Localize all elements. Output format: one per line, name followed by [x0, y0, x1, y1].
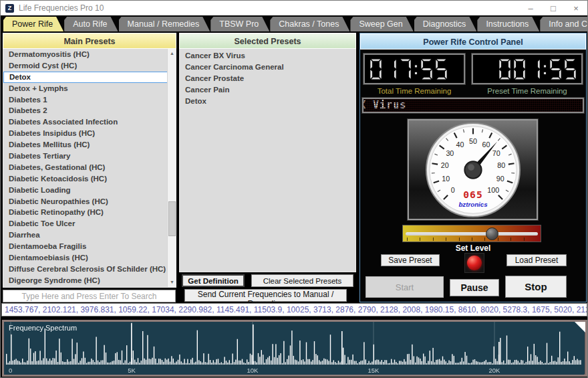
preset-time-display [472, 54, 583, 84]
marquee-display: X Virus [362, 98, 584, 113]
preset-item-dermoid-cyst-hc[interactable]: Dermoid Cyst (HC) [3, 60, 176, 72]
control-panel-header: Power Rife Control Panel [360, 33, 586, 50]
tab-info-and-chat[interactable]: Info and Chat [540, 17, 588, 31]
preset-item-diabetes-tertiary[interactable]: Diabetes Tertiary [3, 151, 176, 162]
gauge-panel: 0102030405060708090100065bztronics [408, 119, 538, 220]
tab-strip: Power RifeAuto RifeManual / RemediesTBSW… [1, 15, 587, 31]
svg-text:70: 70 [492, 149, 500, 157]
send-frequencies-button[interactable]: Send Current Frequencies to Manual / Rem… [184, 289, 347, 302]
preset-item-detox[interactable]: Detox [3, 72, 176, 83]
clear-selected-presets-button[interactable]: Clear Selected Presets [251, 274, 353, 287]
svg-text:065: 065 [463, 188, 482, 199]
slider-thumb[interactable] [486, 227, 498, 240]
preset-item-diabetes-1[interactable]: Diabetes 1 [3, 94, 176, 106]
marquee-text: X Virus [362, 99, 583, 112]
spectrum-axis-label-15k: 15K [368, 367, 380, 374]
frequency-spectrum: Frequency Spectrum 05K10K15K20K [4, 322, 585, 375]
status-led-box [464, 253, 484, 273]
svg-text:90: 90 [496, 175, 504, 183]
app-icon: Z [5, 4, 14, 13]
power-rife-control-panel: Power Rife Control Panel Total Time Rema… [359, 33, 587, 302]
svg-text:50: 50 [469, 137, 477, 145]
frequency-spectrum-panel: Frequency Spectrum 05K10K15K20K [2, 320, 587, 377]
window-title: Life Frequencies Pro 10 [19, 3, 104, 13]
selected-presets-panel: Selected Presets Cancer BX VirusCancer C… [179, 33, 356, 272]
preset-item-diabetic-neuropathies-hc[interactable]: Diabetic Neuropathies (HC) [3, 196, 176, 207]
app-window: Z Life Frequencies Pro 10 – □ × Power Ri… [0, 0, 588, 378]
preset-item-diabetes-insipidus-hc[interactable]: Diabetes Insipidus (HC) [3, 128, 176, 139]
preset-item-diarrhea[interactable]: Diarrhea [3, 229, 176, 241]
tab-diagnostics[interactable]: Diagnostics [414, 17, 477, 31]
svg-text:10: 10 [442, 175, 450, 183]
preset-item-dermatomyositis-hc[interactable]: Dermatomyositis (HC) [3, 49, 176, 60]
svg-text:100: 100 [487, 186, 499, 194]
level-slider[interactable] [402, 225, 541, 242]
main-presets-panel: Main Presets ▲ ▼ Dermatomyositis (HC)Der… [3, 33, 176, 288]
preset-item-diabetic-retinopathy-hc[interactable]: Diabetic Retinopathy (HC) [3, 207, 176, 218]
preset-item-cancer-bx-virus[interactable]: Cancer BX Virus [180, 49, 355, 60]
selected-presets-list[interactable]: Cancer BX VirusCancer Carcinoma GeneralC… [179, 49, 356, 272]
maximize-button[interactable]: □ [542, 1, 565, 15]
preset-item-detox[interactable]: Detox [180, 94, 355, 106]
tab-auto-rife[interactable]: Auto Rife [64, 17, 118, 31]
preset-item-diabetic-loading[interactable]: Diabetic Loading [3, 185, 176, 196]
scrollbar-thumb[interactable] [168, 201, 176, 236]
tab-manual-remedies[interactable]: Manual / Remedies [119, 17, 210, 31]
selected-presets-header: Selected Presets [179, 33, 356, 49]
stop-button[interactable]: Stop [505, 276, 567, 298]
preset-item-cancer-pain[interactable]: Cancer Pain [180, 83, 355, 94]
minimize-button[interactable]: – [519, 1, 542, 15]
preset-item-diffuse-cerebral-sclerosis-of-schilder-hc[interactable]: Diffuse Cerebral Sclerosis Of Schilder (… [3, 264, 176, 275]
preset-item-diabetic-toe-ulcer[interactable]: Diabetic Toe Ulcer [3, 218, 176, 229]
tab-chakras-tones[interactable]: Chakras / Tones [270, 17, 349, 31]
spectrum-axis-label-10k: 10K [247, 367, 259, 374]
preset-item-cancer-prostate[interactable]: Cancer Prostate [180, 72, 355, 83]
preset-time-label: Preset Time Remaining [472, 87, 583, 95]
get-definition-button[interactable]: Get Definition [182, 274, 245, 287]
preset-item-digeorge-syndrome-hc[interactable]: Digeorge Syndrome (HC) [3, 275, 176, 286]
preset-item-diabetic-ketoacidosis-hc[interactable]: Diabetic Ketoacidosis (HC) [3, 173, 176, 185]
svg-text:0: 0 [450, 186, 454, 194]
tab-sweep-gen[interactable]: Sweep Gen [350, 17, 413, 31]
spectrum-axis-label-5k: 5K [128, 367, 136, 374]
tab-power-rife[interactable]: Power Rife [3, 17, 63, 31]
save-preset-button[interactable]: Save Preset [381, 254, 440, 266]
window-controls: – □ × [519, 1, 587, 15]
tab-tbsw-pro[interactable]: TBSW Pro [210, 17, 269, 31]
scrollbar[interactable]: ▲ ▼ [167, 49, 176, 287]
analog-gauge: 0102030405060708090100065bztronics [424, 121, 522, 219]
frequency-list-display: 1453.767, 2102.121, 3976.831, 1059.22, 1… [1, 303, 587, 316]
status-led [467, 256, 482, 270]
preset-item-dientamoebiasis-hc[interactable]: Dientamoebiasis (HC) [3, 252, 176, 264]
svg-text:30: 30 [446, 149, 454, 157]
slider-ticks [407, 238, 537, 241]
total-time-label: Total Time Remaining [363, 87, 465, 95]
set-level-label: Set Level [360, 244, 586, 253]
svg-text:60: 60 [482, 140, 490, 148]
scroll-down-icon[interactable]: ▼ [168, 278, 176, 287]
corner-triangle-icon [575, 322, 585, 333]
scroll-up-icon[interactable]: ▲ [168, 49, 176, 58]
titlebar: Z Life Frequencies Pro 10 – □ × [1, 1, 587, 15]
preset-item-diabetes-mellitus-hc[interactable]: Diabetes Mellitus (HC) [3, 139, 176, 151]
tab-instructions[interactable]: Instructions [477, 17, 539, 31]
slider-track[interactable] [406, 232, 538, 235]
spectrum-axis-label-20k: 20K [489, 367, 500, 374]
preset-item-diabetes-associated-infection[interactable]: Diabetes Associated Infection [3, 116, 176, 128]
load-preset-button[interactable]: Load Preset [506, 254, 567, 266]
svg-text:80: 80 [497, 161, 505, 169]
close-button[interactable]: × [565, 1, 587, 15]
svg-text:40: 40 [456, 140, 464, 148]
main-presets-list[interactable]: ▲ ▼ Dermatomyositis (HC)Dermoid Cyst (HC… [3, 49, 176, 288]
svg-text:bztronics: bztronics [458, 200, 488, 207]
preset-item-dientamoeba-fragilis[interactable]: Dientamoeba Fragilis [3, 241, 176, 252]
preset-item-cancer-carcinoma-general[interactable]: Cancer Carcinoma General [180, 60, 355, 72]
preset-item-diabetes-gestational-hc[interactable]: Diabetes, Gestational (HC) [3, 162, 176, 173]
preset-item-detox-lymphs[interactable]: Detox + Lymphs [3, 83, 176, 94]
pause-button[interactable]: Pause [450, 279, 499, 296]
search-input[interactable] [3, 290, 176, 302]
spectrum-title: Frequency Spectrum [9, 324, 77, 332]
start-button[interactable]: Start [365, 276, 444, 298]
main-presets-header: Main Presets [3, 33, 176, 49]
preset-item-diabetes-2[interactable]: Diabetes 2 [3, 105, 176, 116]
